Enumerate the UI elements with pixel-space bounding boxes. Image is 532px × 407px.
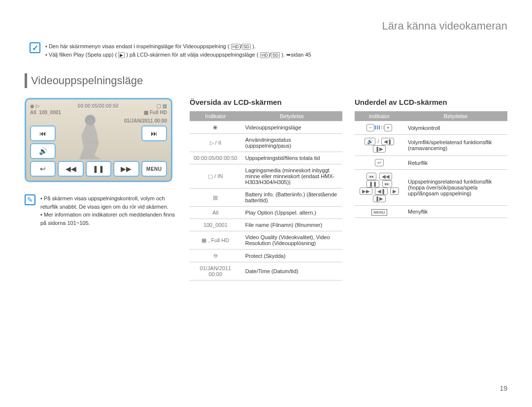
- meaning-cell: Date/Time (Datum/tid): [241, 262, 342, 281]
- table-row: ▷ / ⅠⅠAnvändningsstatus (uppspelning/pau…: [190, 134, 342, 152]
- info-line-1-text: Den här skärmmenyn visas endast i inspel…: [49, 43, 230, 49]
- info-line-2a: Välj fliken Play (Spela upp) (: [49, 52, 117, 58]
- info-lines: Den här skärmmenyn visas endast i inspel…: [45, 42, 311, 59]
- page-header: Lära känna videokameran: [25, 20, 507, 32]
- table-row: 00:00:05/00:00:50Uppspelningstid/filens …: [190, 152, 342, 164]
- top-table-heading: Översida av LCD-skärmen: [190, 98, 342, 106]
- return-button[interactable]: ↩: [30, 161, 56, 177]
- skip-back-button[interactable]: ⏮: [30, 125, 56, 141]
- hd-icon: HD: [231, 44, 240, 50]
- pencil-icon: ✎: [25, 194, 35, 205]
- top-indicator-table: Indikator Betydelse ◉Videouppspelningslä…: [190, 111, 342, 281]
- meaning-cell: Returflik: [404, 156, 507, 170]
- indicator-cell: ▢ / IN: [190, 164, 241, 188]
- table-row: ▥Battery info. (Batteriinfo.) (återståen…: [190, 188, 342, 207]
- lcd-mode-icon: ◉ ▷: [30, 103, 40, 109]
- meaning-cell: Uppspelningstid/filens totala tid: [241, 152, 342, 164]
- table-row: MENUMenyflik: [355, 206, 507, 218]
- indicator-cell: ▥: [190, 188, 241, 207]
- golfer-silhouette: [66, 109, 115, 163]
- table-row: AllPlay Option (Uppspel. altern.): [190, 207, 342, 219]
- info-line-1: Den här skärmmenyn visas endast i inspel…: [45, 42, 311, 51]
- hd-icon-2: HD: [260, 52, 269, 58]
- lcd-file: 100_0001: [39, 110, 61, 115]
- table-row: ▦ , Full HDVideo Quality (Videokvalitet)…: [190, 231, 342, 250]
- bottom-table-heading: Underdel av LCD-skärmen: [355, 98, 507, 106]
- section-bar: [25, 73, 27, 88]
- meaning-cell: Video Quality (Videokvalitet), Video Res…: [241, 231, 342, 250]
- top-col-indicator: Indikator: [190, 111, 241, 121]
- meaning-cell: Protect (Skydda): [241, 250, 342, 262]
- table-row: 🔊 / ◀❚ ❚▶Volymflik/spelrelaterad funktio…: [355, 135, 507, 156]
- meaning-cell: Battery info. (Batteriinfo.) (återståend…: [241, 188, 342, 207]
- table-row: 01/JAN/2011 00:00Date/Time (Datum/tid): [190, 262, 342, 281]
- info-line-2b: ) på LCD-skärmen för att välja videoupps…: [126, 52, 258, 58]
- top-col-meaning: Betydelse: [241, 111, 342, 121]
- indicator-cell: 100_0001: [190, 219, 241, 231]
- indicator-cell: All: [190, 207, 241, 219]
- bottom-col-indicator: Indikator: [355, 111, 404, 121]
- meaning-cell: File name (Filnamn) (filnummer): [241, 219, 342, 231]
- info-line-2c: ). ➥sidan 45: [281, 52, 311, 58]
- table-row: ↩Returflik: [355, 156, 507, 170]
- skip-fwd-button[interactable]: ⏭: [141, 125, 167, 141]
- note-list: På skärmen visas uppspelningskontroll, v…: [40, 194, 177, 227]
- sd-icon-2: SD: [271, 52, 280, 58]
- info-line-1-end: ).: [252, 43, 256, 49]
- lcd-time: 00:00:05/00:00:50: [78, 103, 119, 109]
- info-callout: ✓ Den här skärmmenyn visas endast i insp…: [25, 42, 507, 59]
- lcd-storage-battery: ▢ ▥: [157, 103, 167, 109]
- meaning-cell: Volymflik/spelrelaterad funktionsflik (r…: [404, 135, 507, 156]
- meaning-cell: Volymkontroll: [404, 121, 507, 135]
- volume-button[interactable]: 🔊: [30, 143, 56, 159]
- sd-icon: SD: [242, 44, 251, 50]
- section-title: Videouppspelningsläge: [31, 74, 143, 87]
- menu-button[interactable]: MENU: [141, 161, 167, 177]
- table-row: ⏮ ◀◀ ❚❚ ⏭▶▶ ◀❚ ▶ ❚▶Uppspelningsrelaterad…: [355, 170, 507, 206]
- meaning-cell: Lagringsmedia (minneskort inbyggt minne …: [241, 164, 342, 188]
- meaning-cell: Användningsstatus (uppspelning/paus): [241, 134, 342, 152]
- indicator-cell: 00:00:05/00:00:50: [190, 152, 241, 164]
- play-icon: ▶: [118, 52, 125, 58]
- check-icon: ✓: [30, 42, 40, 53]
- bottom-indicator-table: Indikator Betydelse −+Volymkontroll🔊 / ◀…: [355, 111, 507, 218]
- section-title-wrap: Videouppspelningsläge: [25, 73, 507, 88]
- meaning-cell: Play Option (Uppspel. altern.): [241, 207, 342, 219]
- table-row: ▢ / INLagringsmedia (minneskort inbyggt …: [190, 164, 342, 188]
- indicator-cell: ↩: [355, 156, 404, 170]
- indicator-cell: 01/JAN/2011 00:00: [190, 262, 241, 281]
- note-callout: ✎ På skärmen visas uppspelningskontroll,…: [25, 194, 177, 227]
- table-row: ⊖Protect (Skydda): [190, 250, 342, 262]
- indicator-cell: ▦ , Full HD: [190, 231, 241, 250]
- indicator-cell: 🔊 / ◀❚ ❚▶: [355, 135, 404, 156]
- lcd-quality-hd: ▦ Full HD: [144, 110, 167, 115]
- indicator-cell: ⏮ ◀◀ ❚❚ ⏭▶▶ ◀❚ ▶ ❚▶: [355, 170, 404, 206]
- lcd-screenshot: ◉ ▷ 00:00:05/00:00:50 ▢ ▥ All 100_0001 ▦…: [25, 98, 172, 182]
- note-1: På skärmen visas uppspelningskontroll, v…: [40, 194, 177, 211]
- indicator-cell: MENU: [355, 206, 404, 218]
- indicator-cell: ◉: [190, 121, 241, 134]
- table-row: ◉Videouppspelningsläge: [190, 121, 342, 134]
- indicator-cell: ▷ / ⅠⅠ: [190, 134, 241, 152]
- meaning-cell: Menyflik: [404, 206, 507, 218]
- lcd-all-label: All: [30, 110, 36, 115]
- table-row: 100_0001File name (Filnamn) (filnummer): [190, 219, 342, 231]
- bottom-col-meaning: Betydelse: [404, 111, 507, 121]
- note-2: Mer information om indikatorer och medde…: [40, 211, 177, 227]
- indicator-cell: ⊖: [190, 250, 241, 262]
- table-row: −+Volymkontroll: [355, 121, 507, 135]
- meaning-cell: Uppspelningsrelaterad funktionsflik (hop…: [404, 170, 507, 206]
- meaning-cell: Videouppspelningsläge: [241, 121, 342, 134]
- indicator-cell: −+: [355, 121, 404, 135]
- forward-button[interactable]: ▶▶: [113, 161, 139, 177]
- page-number: 19: [499, 384, 507, 392]
- info-line-2: Välj fliken Play (Spela upp) ( ▶ ) på LC…: [45, 51, 311, 59]
